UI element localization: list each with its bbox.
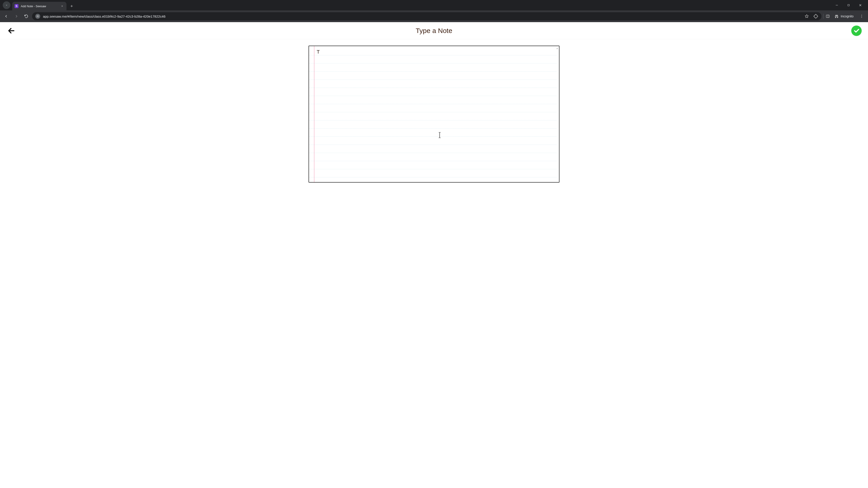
incognito-icon: [834, 14, 839, 19]
tab-favicon: S: [14, 4, 19, 8]
svg-point-3: [38, 17, 39, 17]
minimize-icon: [835, 3, 839, 7]
svg-point-6: [862, 16, 862, 17]
tab-title: Add Note - Seesaw: [21, 4, 46, 8]
note-textarea[interactable]: [317, 48, 556, 180]
browser-menu-button[interactable]: [858, 12, 866, 20]
svg-point-5: [862, 15, 862, 15]
url-text: app.seesaw.me/#/item/new/class/class.e01…: [43, 14, 165, 18]
window-minimize-button[interactable]: [834, 2, 840, 8]
toolbar-separator: [823, 14, 824, 19]
new-tab-button[interactable]: [68, 3, 75, 9]
tab-strip: S Add Note - Seesaw: [0, 0, 868, 10]
svg-point-1: [38, 15, 38, 16]
nav-forward-button[interactable]: [12, 12, 20, 20]
page-title: Type a Note: [416, 27, 452, 35]
browser-tab[interactable]: S Add Note - Seesaw: [12, 2, 66, 10]
address-bar[interactable]: app.seesaw.me/#/item/new/class/class.e01…: [32, 12, 822, 20]
note-area: [0, 39, 868, 192]
tab-close-button[interactable]: [60, 4, 64, 8]
star-icon: [804, 14, 809, 19]
side-panel-button[interactable]: [825, 14, 830, 19]
browser-chrome: S Add Note - Seesaw: [0, 0, 868, 22]
chevron-down-icon: [5, 3, 8, 7]
arrow-right-icon: [14, 14, 19, 19]
bookmark-button[interactable]: [804, 14, 809, 19]
svg-rect-4: [827, 15, 829, 18]
puzzle-icon: [813, 14, 818, 19]
svg-rect-0: [848, 4, 849, 6]
browser-toolbar: app.seesaw.me/#/item/new/class/class.e01…: [0, 10, 868, 22]
nav-back-button[interactable]: [2, 12, 10, 20]
svg-point-2: [37, 16, 37, 17]
svg-point-7: [862, 17, 862, 18]
window-controls: [834, 0, 867, 10]
close-icon: [859, 3, 862, 7]
extensions-button[interactable]: [813, 14, 818, 19]
site-info-button[interactable]: [35, 14, 40, 19]
window-maximize-button[interactable]: [845, 2, 852, 8]
nav-reload-button[interactable]: [22, 12, 30, 20]
tune-icon: [36, 15, 39, 18]
incognito-label: Incognito: [841, 14, 854, 18]
confirm-button[interactable]: [851, 26, 862, 36]
window-close-button[interactable]: [857, 2, 864, 8]
scroll-up-hint: [556, 47, 558, 50]
note-paper: [309, 46, 559, 183]
check-icon: [853, 28, 860, 34]
side-panel-icon: [826, 14, 830, 19]
arrow-left-icon: [7, 27, 15, 35]
app-page: Type a Note: [0, 22, 868, 192]
back-button[interactable]: [6, 26, 16, 36]
maximize-icon: [847, 4, 850, 7]
plus-icon: [70, 4, 73, 8]
kebab-icon: [860, 14, 864, 18]
close-icon: [61, 5, 64, 7]
tab-search-button[interactable]: [3, 1, 10, 9]
app-header: Type a Note: [0, 22, 868, 39]
incognito-indicator[interactable]: Incognito: [832, 13, 856, 20]
reload-icon: [24, 14, 29, 19]
arrow-left-icon: [4, 14, 8, 19]
